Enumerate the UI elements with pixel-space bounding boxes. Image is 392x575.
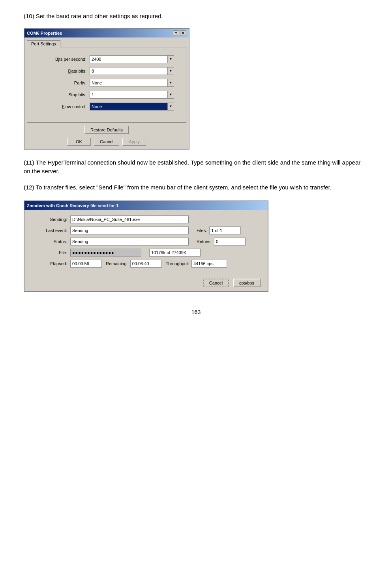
bits-per-second-field[interactable]: 2400 [90, 55, 168, 63]
throughput-label: Throughput: [166, 261, 189, 266]
stop-bits-label: Stop bits: [39, 92, 86, 97]
cps-bps-button[interactable]: cps/bps [233, 279, 261, 287]
status-field: Sending [70, 238, 189, 245]
flow-control-row: Flow control: None ▼ [39, 103, 174, 111]
stop-bits-row: Stop bits: 1 ▼ [39, 91, 174, 99]
elapsed-row: Elapsed: 00:03:56 Remaining: 00:06:40 Th… [32, 260, 261, 268]
ok-button[interactable]: OK [67, 138, 91, 146]
page-divider [24, 304, 368, 304]
last-event-files-row: Last event: Sending Files: 1 of 1 [32, 227, 261, 234]
restore-defaults-button[interactable]: Restore Defaults [84, 126, 129, 134]
last-event-label: Last event: [32, 228, 67, 233]
bits-per-second-row: Bits per second: 2400 ▼ [39, 55, 174, 63]
stop-bits-control: 1 ▼ [90, 91, 174, 99]
data-bits-control: 8 ▼ [90, 67, 174, 75]
file-size-field: 10179k of 27439K [149, 249, 201, 257]
file-progress-row: File: ▪▪▪▪▪▪▪▪▪▪▪▪▪▪ 10179k of 27439K [32, 249, 261, 257]
para-11: (11) The HyperTerminal connection should… [24, 158, 368, 176]
restore-btn-row: Restore Defaults [84, 126, 129, 134]
remaining-field: 00:06:40 [130, 260, 162, 268]
stop-bits-field[interactable]: 1 [90, 91, 168, 99]
stop-bits-arrow[interactable]: ▼ [168, 91, 174, 99]
zmodem-footer: Cancel cps/bps [24, 276, 268, 291]
files-field: 1 of 1 [209, 227, 241, 234]
page-number: 163 [24, 309, 368, 315]
com6-titlebar: COM6 Properties ? ✕ [24, 29, 189, 37]
files-group: Files: 1 of 1 [197, 227, 241, 234]
file-label: File: [32, 250, 67, 255]
flow-control-label: Flow control: [39, 104, 86, 109]
dialog-body: Bits per second: 2400 ▼ Data bits: 8 ▼ P… [27, 47, 186, 123]
sending-label: Sending: [32, 217, 67, 222]
file-size-group: 10179k of 27439K [149, 249, 201, 257]
flow-control-arrow[interactable]: ▼ [168, 103, 174, 111]
com6-title: COM6 Properties [27, 31, 62, 36]
bits-per-second-arrow[interactable]: ▼ [168, 55, 174, 63]
para-12: (12) To transfer files, select "Send Fil… [24, 183, 368, 192]
com6-properties-dialog: COM6 Properties ? ✕ Port Settings Bits p… [24, 28, 189, 150]
elapsed-label: Elapsed: [32, 261, 67, 266]
parity-row: Parity: None ▼ [39, 79, 174, 87]
bits-per-second-control: 2400 ▼ [90, 55, 174, 63]
files-label: Files: [197, 228, 207, 233]
parity-label: Parity: [39, 81, 86, 85]
data-bits-field[interactable]: 8 [90, 67, 168, 75]
close-button[interactable]: ✕ [180, 30, 186, 36]
data-bits-arrow[interactable]: ▼ [168, 67, 174, 75]
parity-arrow[interactable]: ▼ [168, 79, 174, 87]
ok-cancel-row: OK Cancel Apply [67, 138, 146, 146]
status-label: Status: [32, 239, 67, 244]
retries-field: 0 [214, 238, 246, 245]
intro-text: (10) Set the baud rate and other setting… [24, 12, 368, 21]
dialog-footer: Restore Defaults OK Cancel Apply [24, 123, 189, 149]
zmodem-dialog: Zmodem with Crash Recovery file send for… [24, 200, 268, 292]
status-retries-row: Status: Sending Retries: 0 [32, 238, 261, 245]
remaining-label: Remaining: [106, 261, 128, 266]
help-button[interactable]: ? [173, 30, 179, 36]
apply-button[interactable]: Apply [122, 138, 146, 146]
data-bits-row: Data bits: 8 ▼ [39, 67, 174, 75]
data-bits-label: Data bits: [39, 69, 86, 73]
retries-label: Retries: [197, 239, 212, 244]
com6-dialog-container: COM6 Properties ? ✕ Port Settings Bits p… [24, 28, 368, 150]
zmodem-dialog-container: Zmodem with Crash Recovery file send for… [24, 199, 368, 292]
sending-row: Sending: D:\Nokia\Nokia_PC_Suite_481.exe [32, 215, 261, 223]
port-settings-tab[interactable]: Port Settings [27, 40, 60, 47]
elapsed-field: 00:03:56 [70, 260, 102, 268]
cancel-button[interactable]: Cancel [94, 138, 119, 146]
titlebar-buttons: ? ✕ [173, 30, 186, 36]
dialog-tabs: Port Settings [24, 37, 189, 47]
file-progress-bar: ▪▪▪▪▪▪▪▪▪▪▪▪▪▪ [70, 249, 141, 257]
parity-control: None ▼ [90, 79, 174, 87]
flow-control-field[interactable]: None [90, 103, 168, 111]
flow-control-control: None ▼ [90, 103, 174, 111]
last-event-field: Sending [70, 227, 189, 234]
zmodem-cancel-button[interactable]: Cancel [203, 279, 229, 287]
retries-group: Retries: 0 [197, 238, 246, 245]
parity-field[interactable]: None [90, 79, 168, 87]
zmodem-title: Zmodem with Crash Recovery file send for… [27, 203, 118, 208]
bits-per-second-label: Bits per second: [39, 57, 86, 62]
zmodem-body: Sending: D:\Nokia\Nokia_PC_Suite_481.exe… [24, 210, 268, 276]
throughput-field: 44166 cps [191, 260, 227, 268]
sending-field: D:\Nokia\Nokia_PC_Suite_481.exe [70, 215, 189, 223]
zmodem-titlebar: Zmodem with Crash Recovery file send for… [24, 201, 268, 210]
